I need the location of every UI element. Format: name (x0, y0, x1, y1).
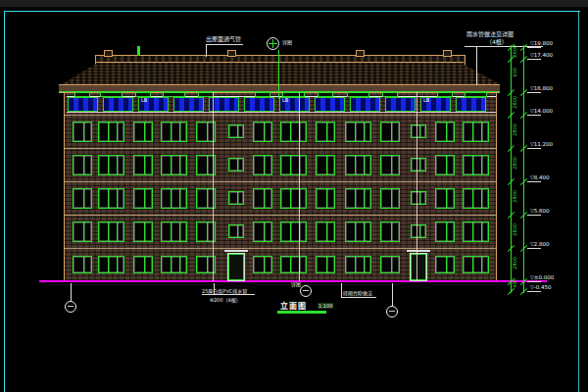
window-mullion (108, 122, 109, 141)
window-mullion (472, 189, 473, 208)
window (73, 256, 92, 273)
level-flag-bar (527, 181, 541, 182)
window-mullion (472, 257, 473, 272)
rain-pipe-note-line2: （4根） (486, 38, 508, 45)
level-flag: ▽±0.000 (530, 274, 554, 280)
window-mullion (481, 189, 482, 208)
window (228, 158, 244, 172)
window (380, 122, 400, 142)
window-mullion (108, 257, 109, 272)
balcony-glazing-segment (68, 97, 98, 112)
entrance-door (227, 253, 245, 281)
window (435, 221, 455, 242)
leader-line (278, 50, 279, 99)
window (280, 221, 307, 242)
window-mullion (419, 225, 420, 237)
window-mullion (391, 222, 392, 241)
window (228, 224, 244, 238)
window-mullion (391, 257, 392, 272)
window (280, 188, 307, 209)
window-mullion (446, 156, 447, 174)
roof-edge (95, 62, 464, 63)
window (411, 124, 426, 138)
rain-pipe-note-line1: 雨水管做法见详图 (466, 30, 514, 37)
window (345, 221, 371, 242)
level-triangle-icon: ▽ (530, 241, 534, 247)
entrance-door (410, 253, 427, 281)
title-underline (277, 311, 326, 314)
window-mullion (144, 156, 145, 174)
floor-height-dim: 2800 (513, 223, 517, 236)
window (253, 221, 272, 242)
window (316, 221, 335, 242)
window-mullion (144, 222, 145, 241)
floor-height-dim: 600 (513, 68, 517, 77)
top-floor-window-sash (163, 92, 185, 97)
window (253, 188, 272, 209)
window-mullion (472, 122, 473, 141)
window-mullion (237, 192, 238, 204)
window-mullion (207, 257, 208, 272)
balcony-glazing-label: LB (282, 98, 288, 103)
window-mullion (207, 189, 208, 208)
leader-line (476, 46, 477, 85)
window (280, 155, 307, 175)
window (98, 221, 124, 242)
window-mullion (117, 257, 118, 272)
rain-pipe (213, 92, 214, 281)
window-mullion (364, 222, 365, 241)
window-mullion (179, 257, 180, 272)
window-mullion (419, 159, 420, 171)
floor-height-dim: 2400 (513, 45, 517, 58)
top-floor-window-sash (198, 92, 214, 97)
window (161, 188, 187, 209)
level-flag-bar (527, 215, 541, 216)
floor-height-dim: 2800 (513, 257, 517, 270)
top-floor-window-sash (382, 92, 398, 97)
window-mullion (171, 122, 172, 141)
level-flag-bar (527, 281, 541, 282)
leader-line (392, 283, 393, 306)
level-flag-bar (527, 59, 541, 60)
level-triangle-icon: ▽ (530, 108, 534, 114)
floor-height-dim: 450 (513, 278, 517, 288)
window-mullion (355, 257, 356, 272)
window (253, 256, 272, 273)
window-mullion (446, 222, 447, 241)
floor-line (64, 148, 497, 149)
roof-slope-hatch (62, 63, 500, 84)
window (435, 256, 455, 273)
top-floor-window-sash (255, 92, 270, 97)
top-floor-window-sash (465, 92, 487, 97)
floor-line (64, 215, 497, 216)
window (316, 256, 335, 273)
level-flag-bar (527, 115, 541, 116)
viewport-border-top (4, 11, 580, 12)
window (316, 188, 335, 209)
window-mullion (355, 189, 356, 208)
window (345, 155, 371, 175)
window-mullion (108, 156, 109, 174)
window-mullion (355, 122, 356, 141)
window-mullion (207, 122, 208, 141)
window-mullion (144, 257, 145, 272)
steps-note: 砖砌台阶做法 (343, 290, 372, 296)
level-flag-bar (527, 148, 541, 149)
floor-line (64, 115, 497, 116)
floor-height-dim: 2800 (513, 96, 517, 109)
facade-wall (64, 92, 497, 281)
entry-detail-label: 详图 (291, 281, 301, 287)
level-flag: ▽2.800 (530, 241, 550, 247)
window (380, 155, 400, 175)
pvc-drain-note-line2: Φ200（4根） (210, 297, 241, 303)
roof-ridge-vent (356, 50, 365, 57)
floor-line (64, 181, 497, 182)
window (161, 122, 187, 142)
window-mullion (83, 257, 84, 272)
window (98, 188, 124, 209)
window-mullion (108, 189, 109, 208)
window-mullion (481, 257, 482, 272)
window (133, 256, 153, 273)
window (253, 122, 272, 142)
window (228, 191, 244, 205)
